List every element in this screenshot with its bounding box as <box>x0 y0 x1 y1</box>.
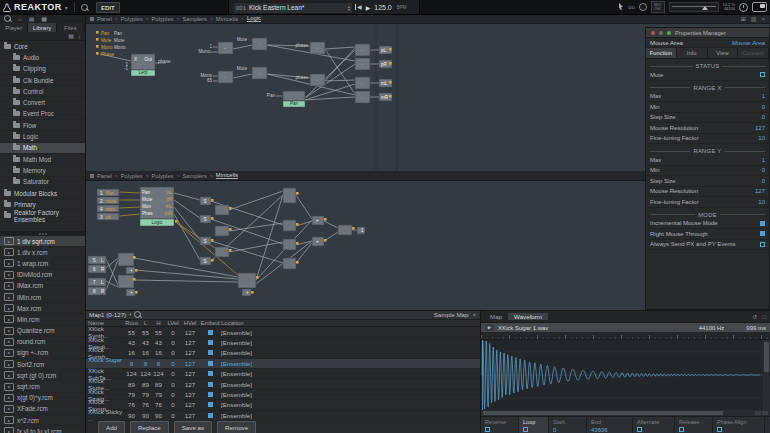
sample-root[interactable]: 16 <box>124 349 139 356</box>
minimize-traffic-light[interactable] <box>659 31 663 35</box>
breadcrumb-label[interactable]: Polyplex <box>152 173 174 179</box>
library-tree-item[interactable]: Clk Bundle <box>0 75 85 86</box>
power-switch-icon[interactable] <box>752 2 767 12</box>
breadcrumb-item[interactable]: >Minicells <box>207 172 238 179</box>
spin-down-icon[interactable]: ▾ <box>348 8 350 11</box>
sample-lvel[interactable]: 0 <box>165 370 181 377</box>
panel-view-icon[interactable]: ▤ <box>29 15 35 23</box>
properties-tab[interactable]: Info <box>677 48 708 58</box>
library-file-item[interactable]: ▸ 1 div sqrt.rcm <box>0 236 85 247</box>
sample-high[interactable]: 55 <box>152 329 165 336</box>
embed-checkbox[interactable] <box>208 361 213 366</box>
tempo-value[interactable]: 125.0 <box>374 4 392 11</box>
sample-root[interactable]: 55 <box>124 329 139 336</box>
search-icon[interactable] <box>4 15 11 22</box>
property-value[interactable]: 0 <box>762 167 765 173</box>
graph-node[interactable] <box>118 275 134 288</box>
close-traffic-light[interactable] <box>651 31 655 35</box>
library-file-item[interactable]: ▸ sign +-.rcm <box>0 348 85 359</box>
port-dot[interactable] <box>135 269 138 272</box>
embed-checkbox[interactable] <box>208 392 213 397</box>
zoom-traffic-light[interactable] <box>667 31 671 35</box>
loop-start-value[interactable]: 0 <box>553 427 586 433</box>
library-tree-item[interactable]: Reaktor Factory Ensembles <box>0 210 85 221</box>
library-tree-item[interactable]: Event Proc <box>0 109 85 120</box>
port-dot[interactable] <box>96 45 99 48</box>
library-tree-item[interactable]: Clipping <box>0 64 85 75</box>
embed-checkbox[interactable] <box>208 371 213 376</box>
sample-hvel[interactable]: 127 <box>181 401 199 408</box>
search-icon[interactable] <box>81 4 88 11</box>
col-location[interactable]: Location <box>221 320 480 326</box>
sample-hvel[interactable]: 127 <box>181 381 199 388</box>
port-dot[interactable] <box>96 52 99 55</box>
sample-high[interactable]: 124 <box>152 370 165 377</box>
port-dot[interactable] <box>211 217 214 220</box>
sample-lvel[interactable]: 0 <box>165 329 181 336</box>
library-tree-item[interactable]: Math <box>0 143 85 154</box>
port-dot[interactable] <box>211 239 214 242</box>
sample-row[interactable]: XKick Sticky ... 90 90 90 0 127 [Ensembl… <box>85 411 480 421</box>
embed-checkbox[interactable] <box>208 340 213 345</box>
sample-lvel[interactable]: 0 <box>165 360 181 367</box>
property-value[interactable]: 127 <box>755 188 765 194</box>
graph-node[interactable] <box>338 225 352 235</box>
mute-checkbox[interactable] <box>760 72 765 77</box>
library-file-item[interactable]: ▸ x^2.rcm <box>0 415 85 426</box>
library-tree-item[interactable]: Core <box>0 41 85 52</box>
library-file-item[interactable]: ▸ XFade.rcm <box>0 404 85 415</box>
breadcrumb-label[interactable]: Samplers <box>182 16 206 22</box>
zoom-out-button[interactable] <box>755 411 761 415</box>
library-file-item[interactable]: ▸ x(gt 0)^y.rcm <box>0 393 85 404</box>
property-value[interactable]: 0 <box>762 178 765 184</box>
library-file-item[interactable]: ▸ Quantize.rcm <box>0 326 85 337</box>
sidebar-tab[interactable]: Files <box>57 23 85 32</box>
port-dot[interactable] <box>296 192 299 195</box>
loop-end-value[interactable]: 43606 <box>591 427 632 433</box>
col-h[interactable]: H <box>152 320 165 326</box>
graph-node[interactable] <box>215 205 229 215</box>
port-dot[interactable] <box>389 95 392 98</box>
port-dot[interactable] <box>175 220 178 223</box>
port-dot[interactable] <box>133 278 136 281</box>
properties-titlebar[interactable]: Properties Manager <box>646 28 769 38</box>
library-tree-item[interactable]: Saturator <box>0 177 85 188</box>
sample-root[interactable]: 90 <box>124 412 139 419</box>
library-file-item[interactable]: ▸ [x,y] to [u,v].rcm <box>0 426 85 433</box>
port-dot[interactable] <box>211 259 214 262</box>
sample-low[interactable]: 8 <box>139 360 152 367</box>
sample-lvel[interactable]: 0 <box>165 339 181 346</box>
library-file-item[interactable]: ▸ round.rcm <box>0 337 85 348</box>
horizontal-scrollbar[interactable] <box>481 410 770 416</box>
breadcrumb-item[interactable]: >Polyplex <box>112 173 143 179</box>
port-dot[interactable] <box>133 256 136 259</box>
mode-checkbox[interactable] <box>760 231 765 236</box>
sample-high[interactable]: 89 <box>152 381 165 388</box>
library-file-item[interactable]: ▸ 1 wrap.rcm <box>0 258 85 269</box>
breadcrumb-label[interactable]: Minicells <box>216 16 238 22</box>
port-dot[interactable] <box>389 62 392 65</box>
graph-node[interactable] <box>215 247 229 257</box>
sample-row[interactable]: XKick Sunsh... 16 16 16 0 127 [Ensemble] <box>85 348 480 358</box>
breadcrumb-label[interactable]: Samplers <box>182 173 206 179</box>
box-icon[interactable]: □ <box>762 313 766 321</box>
edit-mode-button[interactable]: EDIT <box>96 2 120 13</box>
sample-root[interactable]: 8 <box>124 360 139 367</box>
port-dot[interactable] <box>135 291 138 294</box>
port-dot[interactable] <box>96 38 99 41</box>
sample-hvel[interactable]: 127 <box>181 370 199 377</box>
graph-node[interactable] <box>283 220 296 231</box>
undo-icon[interactable]: ↺ <box>752 313 757 321</box>
sample-low[interactable]: 43 <box>139 339 152 346</box>
col-hvel[interactable]: HVel <box>181 320 199 326</box>
waveform-t[interactable]: Waveform <box>508 313 548 320</box>
property-value[interactable]: 10 <box>758 199 765 205</box>
col-embed[interactable]: Embed <box>199 320 221 326</box>
map-dropdown-icon[interactable]: ▾ <box>129 312 131 317</box>
preset-stepper[interactable]: ▴ ▾ <box>348 5 350 11</box>
sample-row[interactable]: XKick Stutte... 89 89 89 0 127 [Ensemble… <box>85 379 480 389</box>
breadcrumb-label[interactable]: Polyplex <box>121 173 143 179</box>
sample-low[interactable]: 89 <box>139 381 152 388</box>
sample-root[interactable]: 43 <box>124 339 139 346</box>
sidebar-tab[interactable]: Library <box>28 23 56 32</box>
